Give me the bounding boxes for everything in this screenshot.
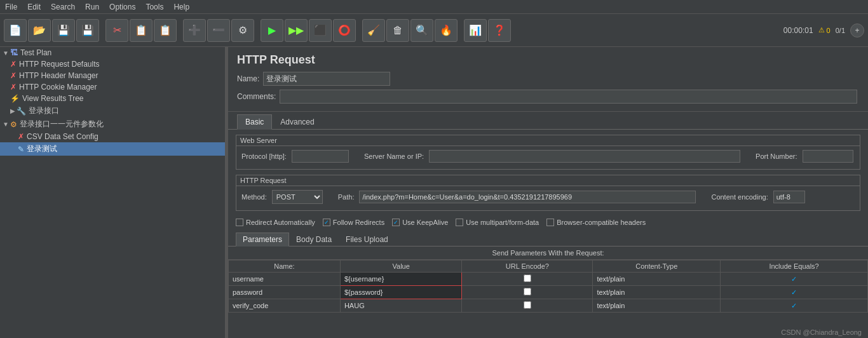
- tree-label-login-test: 登录测试: [27, 144, 57, 154]
- paste-button[interactable]: 📋: [154, 19, 177, 42]
- cut-button[interactable]: ✂: [105, 19, 128, 42]
- stop-button[interactable]: ⬛: [309, 19, 332, 42]
- tree-item-csv-data[interactable]: ✗ CSV Data Set Config: [0, 131, 225, 142]
- multipart-item: Use multipart/form-data: [456, 219, 539, 226]
- tree-item-test-plan[interactable]: ▼ 🏗 Test Plan: [0, 47, 225, 58]
- main-tabs: Basic Advanced: [228, 112, 868, 130]
- sampler-icon: 🔧: [17, 107, 26, 116]
- config-icon: ✗: [10, 60, 17, 69]
- tree-item-login-entry[interactable]: ▶ 🔧 登录接口: [0, 104, 225, 118]
- sub-tab-body-data[interactable]: Body Data: [289, 233, 339, 246]
- start-no-pauses[interactable]: ▶▶: [285, 19, 308, 42]
- sub-tabs: Parameters Body Data Files Upload: [228, 229, 868, 247]
- cell-content-type: text/plain: [593, 273, 721, 286]
- warning-count: 0: [827, 27, 831, 34]
- copy-button[interactable]: 📋: [130, 19, 153, 42]
- sub-tab-parameters[interactable]: Parameters: [236, 233, 289, 247]
- port-input[interactable]: [803, 150, 853, 163]
- comments-row: Comments:: [237, 90, 859, 104]
- cell-name: username: [229, 273, 341, 286]
- shutdown-button[interactable]: ⭕: [333, 19, 356, 42]
- menu-help[interactable]: Help: [168, 1, 194, 13]
- expand-button[interactable]: ➕: [183, 19, 206, 42]
- comments-input[interactable]: [280, 90, 857, 104]
- expand-icon-2: ▶: [10, 107, 15, 114]
- http-request-section: HTTP Request Method: POST GET PUT DELETE…: [236, 175, 860, 211]
- cell-content-type: text/plain: [593, 286, 721, 299]
- method-path-row: Method: POST GET PUT DELETE Path: Conten…: [241, 190, 855, 204]
- menu-file[interactable]: File: [0, 1, 22, 13]
- sub-tab-files-upload[interactable]: Files Upload: [339, 233, 395, 246]
- menu-edit[interactable]: Edit: [22, 1, 46, 13]
- help-button[interactable]: ❓: [488, 19, 511, 42]
- menu-bar: File Edit Search Run Options Tools Help: [0, 0, 868, 14]
- expand-icon: ▼: [3, 50, 9, 57]
- tree-label-login-entry: 登录接口: [29, 105, 59, 116]
- tree-item-http-header-manager[interactable]: ✗ HTTP Header Manager: [0, 70, 225, 81]
- group-icon: ⚙: [10, 120, 17, 129]
- tree-item-view-results-tree[interactable]: ⚡ View Results Tree: [0, 93, 225, 104]
- keep-alive-item: ✓ Use KeepAlive: [392, 219, 448, 226]
- table-row[interactable]: username ${username} text/plain ✓: [229, 273, 868, 286]
- encoding-input[interactable]: [773, 191, 805, 203]
- server-fields-row: Protocol [http]: Server Name or IP: Port…: [241, 150, 855, 163]
- keep-alive-checkbox[interactable]: ✓: [392, 219, 400, 226]
- test-script[interactable]: 📊: [464, 19, 487, 42]
- left-panel: ▼ 🏗 Test Plan ✗ HTTP Request Defaults ✗ …: [0, 47, 226, 338]
- port-label: Port Number:: [756, 152, 797, 160]
- browser-compat-checkbox[interactable]: [546, 219, 554, 226]
- add-remote-button[interactable]: +: [850, 24, 864, 37]
- name-input[interactable]: [263, 72, 390, 86]
- new-button[interactable]: 📄: [4, 19, 27, 42]
- col-content-type: Content-Type: [593, 260, 721, 273]
- table-row[interactable]: password ${password} text/plain ✓: [229, 286, 868, 299]
- web-server-section: Web Server Protocol [http]: Server Name …: [236, 135, 860, 170]
- menu-tools[interactable]: Tools: [140, 1, 168, 13]
- cell-url-encode[interactable]: [462, 286, 593, 299]
- method-select[interactable]: POST GET PUT DELETE: [272, 190, 323, 204]
- tree-item-login-test[interactable]: ✎ 登录测试: [0, 142, 225, 156]
- tab-basic[interactable]: Basic: [237, 114, 272, 130]
- toggle-button[interactable]: ⚙: [231, 19, 254, 42]
- tab-advanced[interactable]: Advanced: [272, 114, 322, 129]
- menu-run[interactable]: Run: [80, 1, 104, 13]
- params-table: Name: Value URL Encode? Content-Type Inc…: [228, 260, 868, 313]
- cell-include-equals[interactable]: ✓: [721, 299, 868, 313]
- open-button[interactable]: 📂: [28, 19, 51, 42]
- menu-search[interactable]: Search: [46, 1, 80, 13]
- start-button[interactable]: ▶: [261, 19, 283, 42]
- menu-options[interactable]: Options: [104, 1, 140, 13]
- csv-icon: ✗: [18, 132, 24, 141]
- run-remote[interactable]: 🔥: [435, 19, 458, 42]
- keep-alive-label: Use KeepAlive: [402, 219, 448, 226]
- clear-all-button[interactable]: 🗑: [386, 19, 409, 42]
- col-value: Value: [340, 260, 461, 273]
- clear-button[interactable]: 🧹: [362, 19, 385, 42]
- cell-url-encode[interactable]: [462, 299, 593, 313]
- path-input[interactable]: [359, 191, 696, 203]
- server-input[interactable]: [429, 150, 740, 163]
- warning-badge: ⚠ 0: [818, 26, 831, 34]
- tree-item-http-request-defaults[interactable]: ✗ HTTP Request Defaults: [0, 58, 225, 70]
- collapse-button[interactable]: ➖: [207, 19, 230, 42]
- tree-item-http-cookie-manager[interactable]: ✗ HTTP Cookie Manager: [0, 81, 225, 93]
- plan-icon: 🏗: [10, 48, 18, 57]
- search-icon[interactable]: 🔍: [410, 19, 433, 42]
- encoding-label: Content encoding:: [711, 193, 768, 201]
- name-label: Name:: [237, 74, 259, 83]
- tree-label-view-results-tree: View Results Tree: [22, 94, 84, 103]
- follow-redirects-checkbox[interactable]: ✓: [323, 219, 330, 226]
- multipart-checkbox[interactable]: [456, 219, 463, 226]
- cell-include-equals[interactable]: ✓: [721, 286, 868, 299]
- follow-redirects-item: ✓ Follow Redirects: [323, 219, 384, 226]
- protocol-input[interactable]: [292, 150, 349, 163]
- cell-url-encode[interactable]: [462, 273, 593, 286]
- save-as-button[interactable]: 💾: [76, 19, 99, 42]
- table-row[interactable]: verify_code HAUG text/plain ✓: [229, 299, 868, 313]
- cell-name: verify_code: [229, 299, 341, 313]
- tree-item-login-param-group[interactable]: ▼ ⚙ 登录接口一一元件参数化: [0, 118, 225, 131]
- save-button[interactable]: 💾: [52, 19, 75, 42]
- cell-include-equals[interactable]: ✓: [721, 273, 868, 286]
- server-label: Server Name or IP:: [364, 152, 424, 160]
- redirect-auto-checkbox[interactable]: [236, 219, 243, 226]
